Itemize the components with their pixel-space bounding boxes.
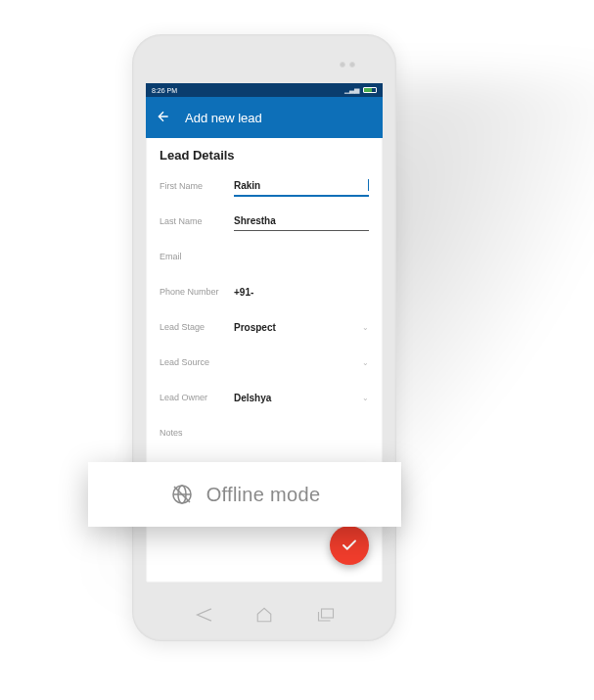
nav-bar xyxy=(132,602,396,628)
lead-stage-row: Lead Stage Prospect ⌄ xyxy=(160,309,369,345)
statusbar: 8:26 PM ▁▃▅ xyxy=(146,83,383,97)
nav-recent-button[interactable] xyxy=(313,602,339,628)
section-title: Lead Details xyxy=(146,138,383,168)
phone-input[interactable]: +91- xyxy=(234,283,369,302)
svg-rect-0 xyxy=(322,609,334,618)
first-name-input[interactable]: Rakin xyxy=(234,176,369,197)
lead-stage-label: Lead Stage xyxy=(160,322,234,332)
notes-input[interactable] xyxy=(234,429,369,437)
phone-row: Phone Number +91- xyxy=(160,274,369,309)
offline-label: Offline mode xyxy=(206,484,321,506)
phone-label: Phone Number xyxy=(160,287,234,297)
first-name-label: First Name xyxy=(160,181,234,191)
nav-back-button[interactable] xyxy=(190,602,215,628)
check-icon xyxy=(341,537,358,554)
lead-owner-select[interactable]: Delshya ⌄ xyxy=(234,389,369,407)
form: First Name Rakin Last Name Shrestha Emai… xyxy=(146,168,383,450)
offline-icon xyxy=(169,482,195,507)
chevron-down-icon: ⌄ xyxy=(362,394,369,402)
save-button[interactable] xyxy=(330,526,369,565)
lead-source-select[interactable]: ⌄ xyxy=(234,358,369,367)
text-cursor xyxy=(368,179,369,191)
lead-stage-select[interactable]: Prospect ⌄ xyxy=(234,318,369,337)
appbar-title: Add new lead xyxy=(185,111,262,125)
email-row: Email xyxy=(160,239,369,274)
phone-frame: 8:26 PM ▁▃▅ Add new lead Lead Details Fi… xyxy=(132,34,396,641)
notes-label: Notes xyxy=(160,428,234,438)
last-name-input[interactable]: Shrestha xyxy=(234,211,369,231)
signal-icon: ▁▃▅ xyxy=(344,86,359,94)
back-button[interactable] xyxy=(156,109,171,127)
email-input[interactable] xyxy=(234,253,369,260)
last-name-label: Last Name xyxy=(160,216,234,226)
phone-speaker-dots xyxy=(340,62,355,68)
lead-owner-row: Lead Owner Delshya ⌄ xyxy=(160,380,369,415)
chevron-down-icon: ⌄ xyxy=(362,358,369,367)
statusbar-time: 8:26 PM xyxy=(152,87,177,94)
appbar: Add new lead xyxy=(146,97,383,138)
nav-home-button[interactable] xyxy=(251,602,277,628)
offline-banner: Offline mode xyxy=(88,462,401,527)
email-label: Email xyxy=(160,252,234,261)
lead-source-row: Lead Source ⌄ xyxy=(160,345,369,380)
last-name-row: Last Name Shrestha xyxy=(160,204,369,239)
chevron-down-icon: ⌄ xyxy=(362,323,369,332)
statusbar-right: ▁▃▅ xyxy=(344,86,377,94)
battery-icon xyxy=(363,87,377,93)
notes-row: Notes xyxy=(160,415,369,450)
lead-owner-label: Lead Owner xyxy=(160,393,234,402)
first-name-row: First Name Rakin xyxy=(160,168,369,204)
lead-source-label: Lead Source xyxy=(160,357,234,367)
